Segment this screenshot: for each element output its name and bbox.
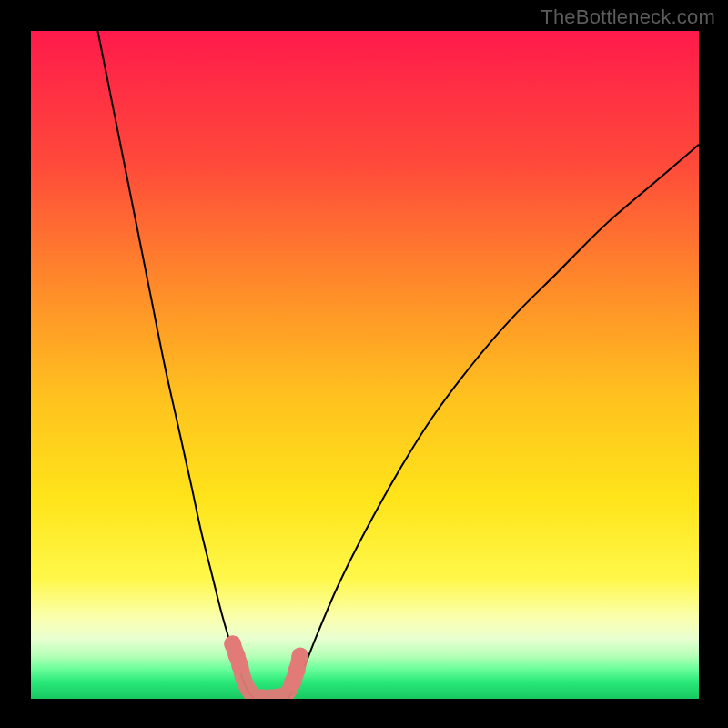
curve-layer [31, 31, 699, 699]
watermark-text: TheBottleneck.com [541, 5, 715, 29]
marker-dot [231, 657, 248, 674]
chart-frame: TheBottleneck.com [0, 0, 728, 728]
bottleneck-curve [288, 145, 699, 699]
bottleneck-curve [97, 31, 254, 699]
marker-dot [291, 648, 308, 665]
plot-area [31, 31, 699, 699]
